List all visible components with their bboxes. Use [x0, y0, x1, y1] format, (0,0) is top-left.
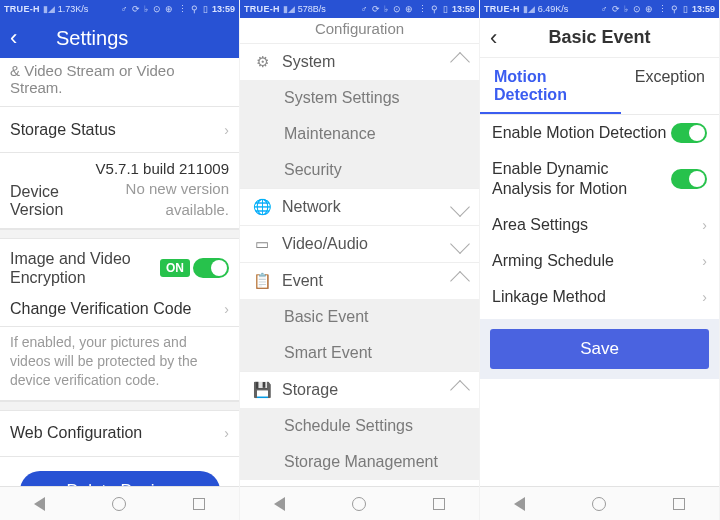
- encryption-toggle[interactable]: [193, 258, 229, 278]
- chevron-right-icon: ›: [224, 425, 229, 441]
- phone-basic-event: TRUE-H ▮◢ 6.49K/s ♂ ⟳ ♭ ⊙ ⊕ ⋮ ⚲ ▯ 13:59 …: [480, 0, 720, 520]
- device-version-label: Device Version: [10, 159, 63, 220]
- subitem-smart-event[interactable]: Smart Event: [240, 335, 479, 371]
- nav-home-icon[interactable]: [352, 497, 366, 511]
- chevron-down-icon: [450, 197, 470, 217]
- option-label: Enable Motion Detection: [492, 119, 671, 147]
- webconfig-content: Configuration ⚙SystemSystem SettingsMain…: [240, 18, 479, 486]
- phone-settings: TRUE-H ▮◢ 1.73K/s ♂ ⟳ ♭ ⊙ ⊕ ⋮ ⚲ ▯ 13:59 …: [0, 0, 240, 520]
- stream-note: & Video Stream or Video Stream.: [0, 58, 239, 107]
- network-icon: 🌐: [252, 197, 272, 217]
- group-label: Event: [282, 272, 443, 290]
- group-header-video-audio[interactable]: ▭Video/Audio: [240, 225, 479, 262]
- option-row-linkage-method[interactable]: Linkage Method›: [480, 279, 719, 315]
- nav-recent-icon[interactable]: [673, 498, 685, 510]
- page-title-cut: Configuration: [240, 18, 479, 43]
- nav-home-icon[interactable]: [112, 497, 126, 511]
- group-label: System: [282, 53, 443, 71]
- delete-device-button[interactable]: Delete Device: [20, 471, 220, 486]
- web-configuration-label: Web Configuration: [10, 424, 224, 442]
- subitem-system-settings[interactable]: System Settings: [240, 80, 479, 116]
- option-label: Arming Schedule: [492, 247, 702, 275]
- chevron-right-icon: ›: [702, 253, 707, 269]
- group-header-storage[interactable]: 💾Storage: [240, 371, 479, 408]
- signal-icon: ▮◢: [43, 4, 55, 14]
- status-bar: TRUE-H ▮◢ 6.49K/s ♂ ⟳ ♭ ⊙ ⊕ ⋮ ⚲ ▯ 13:59: [480, 0, 719, 18]
- tab-motion-detection[interactable]: Motion Detection: [480, 58, 621, 114]
- web-configuration-row[interactable]: Web Configuration ›: [0, 411, 239, 457]
- option-row-arming-schedule[interactable]: Arming Schedule›: [480, 243, 719, 279]
- system-icon: ⚙: [252, 52, 272, 72]
- option-row-enable-motion-detection: Enable Motion Detection: [480, 115, 719, 151]
- page-title: Settings: [56, 27, 229, 50]
- option-label: Linkage Method: [492, 283, 702, 311]
- android-navbar: [0, 486, 239, 520]
- option-toggle[interactable]: [671, 123, 707, 143]
- section-divider: [0, 401, 239, 411]
- status-bar: TRUE-H ▮◢ 578B/s ♂ ⟳ ♭ ⊙ ⊕ ⋮ ⚲ ▯ 13:59: [240, 0, 479, 18]
- option-row-enable-dynamic-analysis-for-motion: Enable Dynamic Analysis for Motion: [480, 151, 719, 207]
- chevron-up-icon: [450, 52, 470, 72]
- carrier-label: TRUE-H: [4, 4, 40, 14]
- storage-status-row[interactable]: Storage Status ›: [0, 107, 239, 153]
- basic-event-header: ‹ Basic Event: [480, 18, 719, 58]
- option-label: Area Settings: [492, 211, 702, 239]
- chevron-right-icon: ›: [702, 217, 707, 233]
- carrier-label: TRUE-H: [244, 4, 280, 14]
- save-button[interactable]: Save: [490, 329, 709, 369]
- chevron-right-icon: ›: [224, 122, 229, 138]
- nav-home-icon[interactable]: [592, 497, 606, 511]
- encryption-row: Image and Video Encryption ON: [0, 239, 239, 291]
- status-icons: ♂ ⟳ ♭ ⊙ ⊕ ⋮ ⚲ ▯: [601, 4, 689, 14]
- chevron-down-icon: [450, 234, 470, 254]
- video/audio-icon: ▭: [252, 234, 272, 254]
- on-badge: ON: [160, 259, 190, 277]
- chevron-right-icon: ›: [702, 289, 707, 305]
- tab-exception[interactable]: Exception: [621, 58, 719, 114]
- event-tabs: Motion DetectionException: [480, 58, 719, 115]
- android-navbar: [240, 486, 479, 520]
- encryption-label: Image and Video Encryption: [10, 249, 160, 287]
- subitem-schedule-settings[interactable]: Schedule Settings: [240, 408, 479, 444]
- net-speed: 578B/s: [298, 4, 326, 14]
- nav-recent-icon[interactable]: [193, 498, 205, 510]
- settings-content: ‹ Settings & Video Stream or Video Strea…: [0, 18, 239, 486]
- device-version-build: V5.7.1 build 211009: [63, 159, 229, 179]
- change-verification-row[interactable]: Change Verification Code ›: [0, 291, 239, 327]
- nav-back-icon[interactable]: [274, 497, 285, 511]
- option-row-area-settings[interactable]: Area Settings›: [480, 207, 719, 243]
- group-sublist: Schedule SettingsStorage Management: [240, 408, 479, 480]
- storage-icon: 💾: [252, 380, 272, 400]
- subitem-basic-event[interactable]: Basic Event: [240, 299, 479, 335]
- change-verification-label: Change Verification Code: [10, 300, 224, 318]
- encryption-help: If enabled, your pictures and videos wil…: [0, 327, 239, 401]
- subitem-security[interactable]: Security: [240, 152, 479, 188]
- net-speed: 6.49K/s: [538, 4, 569, 14]
- status-bar: TRUE-H ▮◢ 1.73K/s ♂ ⟳ ♭ ⊙ ⊕ ⋮ ⚲ ▯ 13:59: [0, 0, 239, 18]
- nav-back-icon[interactable]: [514, 497, 525, 511]
- group-header-system[interactable]: ⚙System: [240, 43, 479, 80]
- option-toggle[interactable]: [671, 169, 707, 189]
- status-icons: ♂ ⟳ ♭ ⊙ ⊕ ⋮ ⚲ ▯: [361, 4, 449, 14]
- signal-icon: ▮◢: [523, 4, 535, 14]
- back-icon[interactable]: ‹: [10, 27, 28, 49]
- group-header-event[interactable]: 📋Event: [240, 262, 479, 299]
- storage-status-label: Storage Status: [10, 121, 224, 139]
- device-version-noupdate: No new version available.: [63, 179, 229, 220]
- event-icon: 📋: [252, 271, 272, 291]
- clock: 13:59: [452, 4, 475, 14]
- chevron-up-icon: [450, 271, 470, 291]
- basic-event-content: ‹ Basic Event Motion DetectionException …: [480, 18, 719, 486]
- clock: 13:59: [212, 4, 235, 14]
- carrier-label: TRUE-H: [484, 4, 520, 14]
- subitem-storage-management[interactable]: Storage Management: [240, 444, 479, 480]
- nav-recent-icon[interactable]: [433, 498, 445, 510]
- group-header-network[interactable]: 🌐Network: [240, 188, 479, 225]
- nav-back-icon[interactable]: [34, 497, 45, 511]
- option-label: Enable Dynamic Analysis for Motion: [492, 155, 671, 203]
- subitem-maintenance[interactable]: Maintenance: [240, 116, 479, 152]
- status-icons: ♂ ⟳ ♭ ⊙ ⊕ ⋮ ⚲ ▯: [121, 4, 209, 14]
- group-label: Network: [282, 198, 443, 216]
- group-label: Storage: [282, 381, 443, 399]
- settings-header: ‹ Settings: [0, 18, 239, 58]
